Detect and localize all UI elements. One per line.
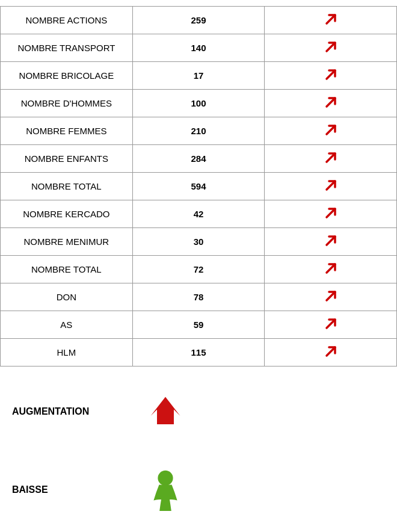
svg-line-0 [327,15,335,23]
baisse-label: BAISSE [12,484,108,495]
row-trend-icon [265,173,397,200]
row-value: 72 [132,256,265,283]
row-value: 100 [132,90,265,117]
svg-point-14 [158,471,173,486]
row-trend-icon [265,7,397,34]
svg-line-3 [327,98,335,107]
row-label: NOMBRE TRANSPORT [1,34,133,62]
stats-table: NOMBRE ACTIONS259NOMBRE TRANSPORT140NOMB… [0,6,397,367]
svg-line-6 [327,181,335,190]
row-trend-icon [265,339,397,367]
row-trend-icon [265,117,397,145]
row-trend-icon [265,34,397,62]
row-trend-icon [265,90,397,117]
augmentation-icon [144,391,186,433]
row-label: NOMBRE ENFANTS [1,145,133,173]
row-label: NOMBRE KERCADO [1,200,133,228]
row-label: DON [1,283,133,311]
svg-marker-13 [151,397,180,425]
table-row: NOMBRE TRANSPORT140 [1,34,397,62]
svg-line-2 [327,70,335,79]
augmentation-label: AUGMENTATION [12,406,108,417]
up-arrow-icon [323,261,339,276]
row-label: HLM [1,339,133,367]
svg-line-9 [327,264,335,273]
svg-line-7 [327,209,335,217]
svg-line-12 [327,347,335,356]
up-arrow-icon [323,288,339,304]
row-trend-icon [265,283,397,311]
row-trend-icon [265,228,397,256]
row-value: 140 [132,34,265,62]
table-row: AS59 [1,311,397,339]
up-arrow-icon [323,67,339,82]
up-arrow-icon [323,316,339,332]
up-arrow-icon [323,150,339,165]
row-label: NOMBRE BRICOLAGE [1,62,133,90]
row-trend-icon [265,200,397,228]
svg-line-8 [327,237,335,245]
baisse-legend: BAISSE [12,469,385,511]
up-arrow-icon [323,11,339,27]
row-trend-icon [265,145,397,173]
up-arrow-icon [323,233,339,249]
svg-line-11 [327,320,335,328]
svg-line-5 [327,153,335,162]
up-arrow-icon [323,122,339,138]
baisse-icon [144,469,186,511]
table-row: NOMBRE MENIMUR30 [1,228,397,256]
table-row: NOMBRE KERCADO42 [1,200,397,228]
table-row: NOMBRE ENFANTS284 [1,145,397,173]
row-trend-icon [265,311,397,339]
row-value: 78 [132,283,265,311]
row-value: 259 [132,7,265,34]
augmentation-legend: AUGMENTATION [12,391,385,433]
table-row: HLM115 [1,339,397,367]
up-arrow-icon [323,205,339,221]
row-value: 42 [132,200,265,228]
svg-line-4 [327,126,335,134]
table-row: DON78 [1,283,397,311]
table-row: NOMBRE ACTIONS259 [1,7,397,34]
up-arrow-icon [323,344,339,359]
table-row: NOMBRE FEMMES210 [1,117,397,145]
row-value: 17 [132,62,265,90]
row-value: 30 [132,228,265,256]
row-value: 594 [132,173,265,200]
row-value: 210 [132,117,265,145]
table-container: NOMBRE ACTIONS259NOMBRE TRANSPORT140NOMB… [0,0,397,367]
row-label: NOMBRE D'HOMMES [1,90,133,117]
up-arrow-icon [323,178,339,193]
row-label: NOMBRE MENIMUR [1,228,133,256]
row-label: NOMBRE FEMMES [1,117,133,145]
row-label: NOMBRE TOTAL [1,256,133,283]
row-label: NOMBRE ACTIONS [1,7,133,34]
table-row: NOMBRE BRICOLAGE17 [1,62,397,90]
row-label: AS [1,311,133,339]
row-value: 284 [132,145,265,173]
svg-line-1 [327,43,335,51]
row-value: 115 [132,339,265,367]
up-arrow-icon [323,94,339,110]
table-row: NOMBRE D'HOMMES100 [1,90,397,117]
table-row: NOMBRE TOTAL72 [1,256,397,283]
legend-section: AUGMENTATION BAISSE [0,367,397,523]
row-trend-icon [265,62,397,90]
table-row: NOMBRE TOTAL594 [1,173,397,200]
row-trend-icon [265,256,397,283]
row-label: NOMBRE TOTAL [1,173,133,200]
up-arrow-icon [323,39,339,55]
svg-line-10 [327,292,335,300]
row-value: 59 [132,311,265,339]
